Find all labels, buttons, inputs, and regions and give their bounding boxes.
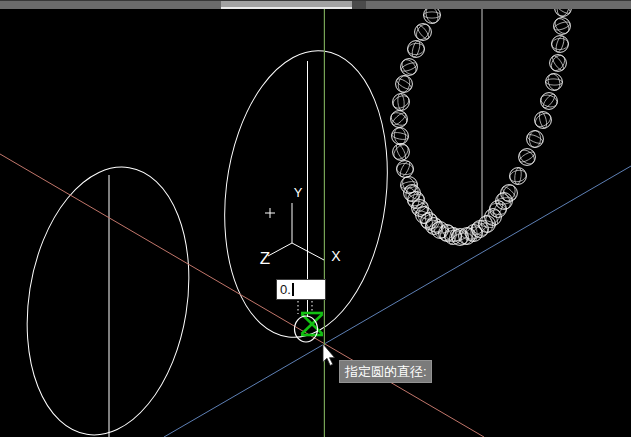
bead-sphere — [389, 110, 409, 128]
geometry-layer — [0, 0, 631, 437]
bead-sphere — [539, 93, 559, 110]
bead-sphere — [551, 35, 568, 53]
top-toolbar-strip — [0, 0, 631, 9]
ucs-z-axis — [268, 243, 292, 256]
bead-sphere — [509, 167, 528, 184]
bead-sphere — [395, 75, 413, 94]
drawing-canvas[interactable]: Y Z X — [0, 0, 631, 437]
ellipse-entity — [209, 41, 403, 346]
bead-sphere — [549, 53, 568, 73]
blue-line — [164, 166, 631, 437]
bead-sphere — [545, 72, 562, 91]
bead-sphere — [517, 147, 537, 166]
bead-sphere — [414, 22, 433, 42]
bead-sphere — [391, 93, 411, 110]
bead-sphere — [391, 127, 409, 145]
ellipse-entity — [9, 155, 207, 437]
bead-sphere — [391, 142, 411, 162]
bead-sphere — [399, 57, 418, 77]
bead-sphere — [552, 16, 571, 36]
bead-sphere — [407, 40, 425, 58]
toolbar-grip — [352, 1, 366, 9]
dynamic-input-field[interactable]: 0. — [276, 279, 326, 300]
bead-sphere — [396, 160, 414, 178]
ucs-label-z: Z — [260, 249, 270, 268]
ucs-label-y: Y — [294, 185, 303, 200]
ucs-icon: Y Z X — [260, 185, 342, 268]
bead-sphere — [533, 111, 553, 130]
bead-sphere — [526, 130, 544, 147]
text-caret — [292, 283, 294, 296]
bead-sphere — [500, 183, 517, 203]
toolbar-panel — [221, 1, 352, 9]
prompt-tooltip: 指定圆的直径: — [339, 360, 432, 383]
ucs-label-x: X — [331, 248, 341, 264]
dynamic-input-value: 0. — [280, 282, 291, 297]
